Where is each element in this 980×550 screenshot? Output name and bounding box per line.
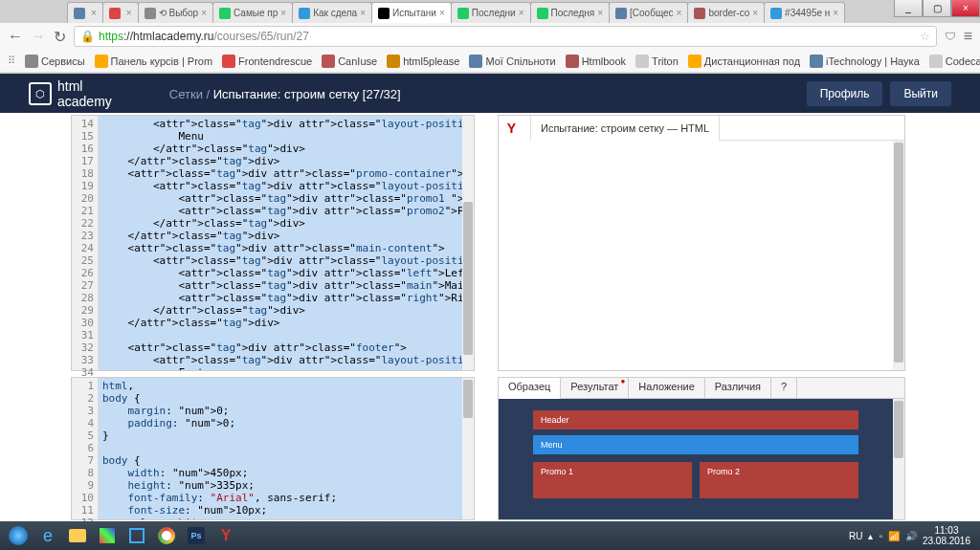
reload-button[interactable]: ↻ [54, 28, 66, 46]
bookmark-icon [95, 55, 108, 68]
bookmark-item[interactable]: CanIuse [322, 55, 377, 68]
tab-close-icon[interactable]: × [833, 8, 838, 18]
shield-icon[interactable]: 🛡 [945, 30, 956, 43]
tab-close-icon[interactable]: × [752, 8, 758, 18]
close-window-button[interactable]: × [951, 0, 980, 17]
browser-tab[interactable]: Последня× [530, 2, 611, 23]
tab-label: Как сдела [313, 8, 357, 18]
bookmark-label: Сервисы [41, 55, 85, 67]
bookmark-item[interactable]: Мої Спільноти [469, 55, 555, 68]
tray-network-icon[interactable]: 📶 [888, 531, 900, 541]
tray-flag-icon[interactable]: ▫ [879, 531, 882, 541]
result-tab[interactable]: Различия [705, 378, 771, 398]
tray-date: 23.08.2016 [923, 536, 970, 546]
tab-close-icon[interactable]: × [519, 8, 524, 18]
html-scrollbar[interactable] [462, 116, 474, 370]
menu-icon[interactable]: ≡ [964, 28, 972, 45]
browser-tab[interactable]: border-co× [687, 2, 765, 23]
ie-icon[interactable]: e [33, 523, 62, 548]
tab-close-icon[interactable]: × [201, 8, 207, 18]
taskbar: e Ps Y RU ▴ ▫ 📶 🔊 11:03 23.08.2016 [0, 521, 980, 550]
html-gutter: 1415161718192021222324252627282930313233… [72, 116, 99, 370]
browser-tab[interactable]: [Сообщес× [609, 2, 688, 23]
browser-tab[interactable]: Как сдела× [292, 2, 372, 23]
result-pane: ОбразецРезультат●НаложениеРазличия? Head… [498, 377, 905, 520]
tab-close-icon[interactable]: × [91, 8, 97, 18]
browser-tab[interactable]: #34495e н× [764, 2, 845, 23]
tab-label: ⟲ Выбор [159, 8, 199, 18]
browser-tab[interactable]: ⟲ Выбор× [138, 2, 213, 23]
app-icon-2[interactable] [122, 523, 151, 548]
tab-label: border-co [708, 8, 749, 18]
tab-close-icon[interactable]: × [677, 8, 682, 18]
browser-tab[interactable]: Самые пр× [212, 2, 293, 23]
bookmark-item[interactable]: iTechnology | Наука [810, 55, 920, 68]
result-menu-block: Menu [533, 435, 858, 454]
browser-tab[interactable]: Испытани× [371, 2, 452, 23]
bookmark-item[interactable]: html5please [387, 55, 459, 68]
url-input[interactable]: 🔒 https://htmlacademy.ru/courses/65/run/… [74, 26, 937, 47]
logo[interactable]: ⬡ htmlacademy [29, 78, 112, 109]
start-button[interactable] [4, 523, 33, 548]
bookmark-item[interactable]: Панель курсів | Prom [95, 55, 213, 68]
tray-sound-icon[interactable]: 🔊 [905, 531, 917, 541]
forward-button[interactable]: → [31, 28, 46, 45]
css-scrollbar[interactable] [462, 378, 474, 519]
bookmark-item[interactable]: Triton [635, 55, 679, 68]
app-icon-1[interactable] [93, 523, 122, 548]
bookmark-label: Htmlbook [582, 55, 626, 67]
result-tab[interactable]: Наложение [629, 378, 704, 398]
tab-close-icon[interactable]: × [597, 8, 603, 18]
result-tabs: ОбразецРезультат●НаложениеРазличия? [499, 378, 904, 399]
tab-label: Самые пр [234, 8, 278, 18]
profile-button[interactable]: Профиль [807, 81, 883, 106]
explorer-icon[interactable] [63, 523, 92, 548]
apps-icon[interactable]: ⠿ [8, 55, 15, 67]
result-tab[interactable]: Результат● [561, 378, 629, 398]
preview-pane: Y Испытание: строим сетку — HTML [498, 115, 905, 371]
tray-clock[interactable]: 11:03 23.08.2016 [923, 525, 970, 546]
browser-tab[interactable]: × [67, 2, 103, 23]
maximize-button[interactable]: ▢ [923, 0, 951, 17]
minimize-button[interactable]: _ [894, 0, 923, 17]
yandex-icon: Y [507, 121, 516, 136]
browser-tab[interactable]: × [102, 2, 139, 23]
html-code[interactable]: <attr">class="tag">div attr">class="layo… [99, 116, 462, 370]
breadcrumb: Сетки / Испытание: строим сетку [27/32] [169, 87, 401, 101]
tab-close-icon[interactable]: × [280, 8, 286, 18]
yandex-browser-icon[interactable]: Y [212, 523, 240, 548]
css-code[interactable]: html, body { margin: "num">0; padding: "… [99, 378, 462, 519]
tray-up-icon[interactable]: ▴ [868, 531, 873, 541]
bookmark-label: Triton [652, 55, 679, 67]
bookmark-icon [688, 55, 702, 68]
result-header-block: Header [533, 410, 858, 429]
tray-lang[interactable]: RU [849, 531, 862, 541]
result-canvas: Header Menu Promo 1 Promo 2 [499, 399, 893, 519]
star-icon[interactable]: ☆ [920, 30, 930, 43]
favicon-icon [219, 8, 231, 19]
back-button[interactable]: ← [8, 28, 23, 45]
result-scrollbar[interactable] [893, 399, 904, 519]
bookmark-item[interactable]: Htmlbook [566, 55, 626, 68]
result-tab[interactable]: Образец [499, 378, 561, 399]
logout-button[interactable]: Выйти [890, 81, 951, 106]
preview-scrollbar[interactable] [893, 141, 904, 370]
window-controls: _ ▢ × [894, 0, 980, 17]
preview-tab-title[interactable]: Испытание: строим сетку — HTML [531, 116, 720, 141]
bookmark-label: Codecademy [946, 55, 980, 67]
result-tab[interactable]: ? [771, 378, 797, 398]
bookmark-item[interactable]: Codecademy [929, 55, 980, 68]
preview-tab[interactable]: Y [499, 116, 531, 141]
breadcrumb-category[interactable]: Сетки / [169, 87, 213, 101]
lock-icon: 🔒 [80, 30, 95, 43]
bookmark-item[interactable]: Сервисы [25, 55, 85, 68]
url-proto: https [99, 30, 123, 43]
bookmark-item[interactable]: Дистанционная под [688, 55, 800, 68]
chrome-icon[interactable] [152, 523, 181, 548]
browser-tab[interactable]: Последни× [451, 2, 531, 23]
ps-icon[interactable]: Ps [182, 523, 211, 548]
bookmark-item[interactable]: Frontendrescue [222, 55, 312, 68]
tab-close-icon[interactable]: × [439, 8, 445, 18]
tab-close-icon[interactable]: × [126, 8, 132, 18]
tab-close-icon[interactable]: × [360, 8, 366, 18]
